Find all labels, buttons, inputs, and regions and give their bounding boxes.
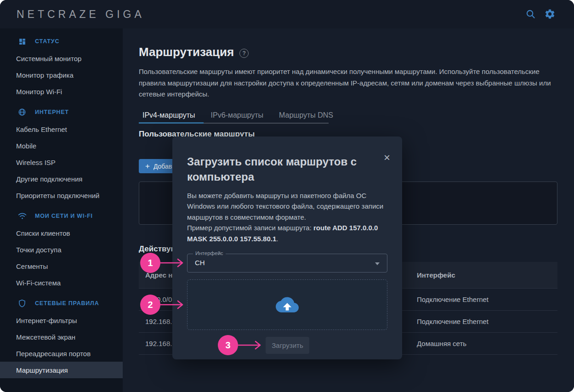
column-header-interface: Интерфейс bbox=[417, 271, 557, 279]
close-icon[interactable]: × bbox=[384, 153, 390, 162]
annotation-marker-1: 1 bbox=[140, 253, 186, 273]
route-interface: Домашняя сеть bbox=[417, 340, 557, 347]
interface-select-value: CH bbox=[195, 259, 205, 267]
sidebar: СТАТУС Системный монитор Монитор трафика… bbox=[0, 28, 123, 392]
page-description: Пользовательские маршруты имеют приорите… bbox=[139, 66, 556, 100]
dialog-example: Пример допустимой записи маршрута: route… bbox=[187, 222, 388, 244]
route-tabs: IPv4-маршруты IPv6-маршруты Маршруты DNS bbox=[139, 109, 341, 125]
tab-ipv6-routes[interactable]: IPv6-маршруты bbox=[203, 109, 272, 125]
sidebar-section-status: СТАТУС bbox=[0, 33, 123, 50]
dialog-title: Загрузить список маршрутов с компьютера bbox=[187, 154, 382, 184]
sidebar-item-ethernet-cable[interactable]: Кабель Ethernet bbox=[0, 121, 123, 137]
dialog-description: Вы можете добавить маршруты из пакетного… bbox=[187, 190, 388, 222]
annotation-arrow-icon bbox=[160, 257, 186, 268]
interface-select[interactable]: Интерфейс CH bbox=[187, 254, 387, 273]
sidebar-section-internet: ИНТЕРНЕТ bbox=[0, 103, 123, 121]
plus-icon: + bbox=[145, 162, 150, 171]
sidebar-section-label: ИНТЕРНЕТ bbox=[35, 109, 69, 115]
search-icon[interactable] bbox=[524, 8, 536, 20]
sidebar-section-label: СТАТУС bbox=[35, 38, 59, 45]
sidebar-item-traffic-monitor[interactable]: Монитор трафика bbox=[0, 67, 123, 83]
shield-icon bbox=[16, 297, 28, 309]
upload-button[interactable]: Загрузить bbox=[266, 337, 309, 354]
chevron-down-icon bbox=[375, 262, 380, 265]
sidebar-section-label: МОИ СЕТИ И WI-FI bbox=[35, 213, 93, 219]
sidebar-item-segments[interactable]: Сегменты bbox=[0, 258, 123, 274]
annotation-marker-3: 3 bbox=[218, 335, 264, 355]
route-interface: Подключение Ethernet bbox=[417, 318, 557, 325]
sidebar-item-firewall[interactable]: Межсетевой экран bbox=[0, 329, 123, 345]
tab-ipv4-routes[interactable]: IPv4-маршруты bbox=[139, 109, 203, 125]
annotation-arrow-icon bbox=[160, 299, 186, 310]
wifi-icon bbox=[16, 210, 28, 222]
sidebar-item-internet-filters[interactable]: Интернет-фильтры bbox=[0, 312, 123, 329]
sidebar-item-system-monitor[interactable]: Системный монитор bbox=[0, 50, 123, 67]
cloud-upload-icon bbox=[276, 295, 299, 315]
sidebar-item-mobile[interactable]: Mobile bbox=[0, 137, 123, 154]
sidebar-section-label: СЕТЕВЫЕ ПРАВИЛА bbox=[35, 300, 99, 307]
sidebar-item-other-connections[interactable]: Другие подключения bbox=[0, 170, 123, 187]
sidebar-section-my-networks: МОИ СЕТИ И WI-FI bbox=[0, 207, 123, 225]
sidebar-item-port-forwarding[interactable]: Переадресация портов bbox=[0, 345, 123, 362]
dialog-body: Вы можете добавить маршруты из пакетного… bbox=[187, 190, 388, 244]
annotation-number: 3 bbox=[218, 335, 238, 355]
annotation-arrow-icon bbox=[238, 340, 264, 351]
sidebar-item-access-points[interactable]: Точки доступа bbox=[0, 241, 123, 258]
annotation-number: 1 bbox=[140, 253, 160, 273]
sidebar-section-network-rules: СЕТЕВЫЕ ПРАВИЛА bbox=[0, 295, 123, 312]
help-icon[interactable]: ? bbox=[239, 49, 249, 58]
file-dropzone[interactable] bbox=[187, 279, 387, 330]
gear-icon[interactable] bbox=[544, 8, 556, 20]
topbar: NETCRAZE GIGA bbox=[0, 0, 574, 28]
dashboard-icon bbox=[16, 35, 28, 47]
interface-select-label: Интерфейс bbox=[193, 250, 226, 256]
tab-dns-routes[interactable]: Маршруты DNS bbox=[271, 109, 341, 125]
sidebar-item-wifi-monitor[interactable]: Монитор Wi-Fi bbox=[0, 83, 123, 100]
sidebar-item-connection-priorities[interactable]: Приоритеты подключений bbox=[0, 187, 123, 204]
sidebar-item-routing[interactable]: Маршрутизация bbox=[0, 362, 123, 378]
sidebar-item-wifi-system[interactable]: Wi-Fi-система bbox=[0, 274, 123, 291]
route-interface: Подключение Ethernet bbox=[417, 295, 557, 303]
upload-routes-dialog: × Загрузить список маршрутов с компьютер… bbox=[172, 136, 402, 359]
brand-logo: NETCRAZE GIGA bbox=[17, 8, 145, 21]
sidebar-item-client-lists[interactable]: Списки клиентов bbox=[0, 225, 123, 241]
annotation-marker-2: 2 bbox=[140, 295, 186, 315]
globe-icon bbox=[16, 106, 28, 118]
annotation-number: 2 bbox=[140, 295, 160, 315]
page-title: Маршрутизация bbox=[139, 45, 234, 59]
app-window: Маршрутизация ? Пользовательские маршрут… bbox=[0, 0, 574, 392]
sidebar-item-wireless-isp[interactable]: Wireless ISP bbox=[0, 154, 123, 170]
